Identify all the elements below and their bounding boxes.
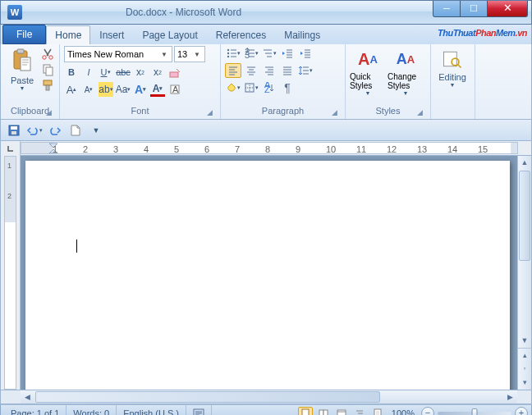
horizontal-scrollbar[interactable]: ◀ ▶ [21, 390, 517, 404]
zoom-in-button[interactable]: + [515, 407, 528, 415]
status-insert-mode[interactable] [186, 405, 212, 415]
font-color-button[interactable]: A▾ [150, 82, 165, 97]
tab-page-layout[interactable]: Page Layout [133, 25, 206, 44]
find-icon [441, 48, 464, 71]
decrease-indent-button[interactable] [279, 46, 296, 61]
font-dialog-launcher[interactable]: ◢ [204, 108, 214, 118]
subscript-button[interactable]: x2 [133, 65, 148, 80]
maximize-button[interactable]: ☐ [460, 1, 488, 17]
justify-button[interactable] [279, 63, 296, 78]
editing-button[interactable]: Editing▼ [435, 46, 470, 88]
bold-button[interactable]: B [64, 65, 79, 80]
tab-mailings[interactable]: Mailings [275, 25, 329, 44]
increase-indent-button[interactable] [297, 46, 314, 61]
scroll-down-button[interactable]: ▼ [518, 334, 531, 348]
styles-dialog-launcher[interactable]: ◢ [415, 108, 424, 118]
horizontal-ruler[interactable]: 123456789101112131415 [21, 142, 518, 154]
align-right-button[interactable] [261, 63, 277, 78]
tab-selector[interactable] [1, 141, 21, 156]
font-family-combo[interactable]: Times New Roman▼ [64, 46, 172, 62]
horizontal-ruler-row: 123456789101112131415 [0, 141, 532, 156]
paragraph-dialog-launcher[interactable]: ◢ [329, 108, 339, 118]
status-language[interactable]: English (U.S.) [117, 405, 186, 415]
scroll-right-button[interactable]: ▶ [503, 390, 517, 404]
svg-rect-9 [170, 72, 178, 77]
svg-point-12 [227, 49, 229, 51]
underline-button[interactable]: U▾ [99, 65, 113, 80]
redo-button[interactable] [47, 122, 63, 139]
text-effects-button[interactable]: A▾ [133, 82, 148, 97]
vertical-scrollbar[interactable]: ▲ ▼ ▴ ◦ ▾ [517, 156, 531, 390]
numbering-button[interactable]: 123▾ [243, 46, 259, 61]
svg-rect-7 [44, 80, 52, 85]
vertical-ruler[interactable]: 12 [4, 156, 16, 390]
quick-styles-button[interactable]: AA Quick Styles▼ [350, 46, 386, 96]
clipboard-dialog-launcher[interactable]: ◢ [44, 108, 53, 118]
character-shading-button[interactable]: A [167, 82, 182, 97]
superscript-button[interactable]: x2 [150, 65, 165, 80]
group-paragraph: ▾ 123▾ ▾ ▾ ▾ ▾ AZ ¶ Paragraph◢ [221, 44, 346, 119]
bullets-button[interactable]: ▾ [225, 46, 241, 61]
status-words[interactable]: Words: 0 [66, 405, 117, 415]
svg-rect-29 [319, 410, 323, 415]
svg-rect-1 [17, 49, 24, 53]
outline-view-button[interactable] [352, 407, 367, 415]
prev-page-button[interactable]: ▴ [518, 348, 531, 362]
font-size-combo[interactable]: 13▼ [174, 46, 205, 62]
format-painter-icon[interactable] [41, 79, 54, 92]
page-viewport [21, 156, 517, 390]
highlight-button[interactable]: ab▾ [99, 82, 113, 97]
quick-access-toolbar: ▾ ▼ [0, 120, 532, 141]
italic-button[interactable]: I [81, 65, 96, 80]
zoom-level[interactable]: 100% [392, 408, 415, 415]
tab-references[interactable]: References [207, 25, 275, 44]
borders-button[interactable]: ▾ [243, 80, 259, 95]
paste-button[interactable]: Paste ▼ [5, 46, 39, 91]
grow-font-button[interactable]: A▴ [64, 82, 79, 97]
align-center-button[interactable] [243, 63, 259, 78]
scroll-up-button[interactable]: ▲ [518, 156, 531, 170]
svg-rect-25 [11, 131, 16, 135]
tab-insert[interactable]: Insert [90, 25, 133, 44]
print-layout-view-button[interactable] [298, 407, 313, 415]
web-layout-view-button[interactable] [334, 407, 349, 415]
zoom-slider[interactable] [438, 412, 511, 415]
status-page[interactable]: Page: 1 of 1 [4, 405, 66, 415]
close-button[interactable]: ✕ [487, 1, 528, 17]
minimize-button[interactable]: ─ [433, 1, 461, 17]
line-spacing-button[interactable]: ▾ [297, 63, 314, 78]
tab-home[interactable]: Home [46, 25, 90, 44]
full-screen-reading-view-button[interactable] [316, 407, 331, 415]
tab-file[interactable]: File [2, 25, 46, 44]
shading-button[interactable]: ▾ [225, 80, 241, 95]
strikethrough-button[interactable]: abc [116, 65, 131, 80]
undo-button[interactable]: ▾ [26, 122, 43, 139]
horizontal-scroll-thumb[interactable] [35, 391, 380, 403]
browse-object-button[interactable]: ◦ [518, 362, 531, 376]
word-app-icon: W [7, 5, 22, 20]
change-case-button[interactable]: Aa▾ [116, 82, 131, 97]
sort-button[interactable]: AZ [261, 80, 277, 95]
zoom-slider-handle[interactable] [472, 408, 478, 415]
svg-point-4 [49, 56, 53, 59]
cut-icon[interactable] [41, 48, 54, 61]
scroll-left-button[interactable]: ◀ [21, 390, 34, 404]
align-left-button[interactable] [225, 63, 241, 78]
clear-formatting-button[interactable] [167, 65, 182, 80]
vertical-scroll-thumb[interactable] [519, 171, 530, 261]
new-document-button[interactable] [67, 122, 84, 139]
zoom-out-button[interactable]: − [421, 407, 434, 415]
shrink-font-button[interactable]: A▾ [81, 82, 96, 97]
qat-customize-button[interactable]: ▼ [88, 122, 104, 139]
svg-rect-24 [11, 126, 17, 130]
svg-point-14 [227, 56, 229, 57]
change-styles-button[interactable]: AA Change Styles▼ [388, 46, 424, 96]
draft-view-button[interactable] [370, 407, 385, 415]
save-button[interactable] [6, 122, 22, 139]
horizontal-scrollbar-row: ◀ ▶ [0, 390, 532, 404]
multilevel-list-button[interactable]: ▾ [261, 46, 277, 61]
copy-icon[interactable] [41, 63, 54, 76]
document-page[interactable] [25, 161, 510, 390]
show-hide-button[interactable]: ¶ [279, 80, 296, 95]
next-page-button[interactable]: ▾ [518, 376, 531, 390]
